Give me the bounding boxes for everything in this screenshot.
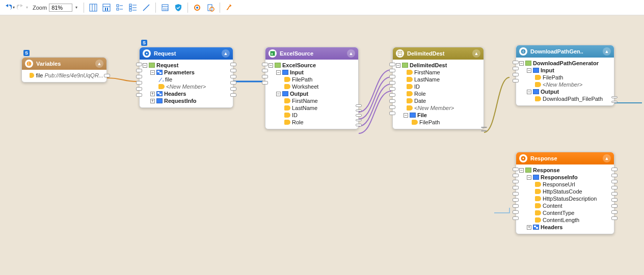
calendar-button[interactable]: 010 xyxy=(159,2,171,14)
port[interactable] xyxy=(611,216,618,220)
node-header[interactable]: Request ▲ xyxy=(140,47,233,60)
shield-check-button[interactable] xyxy=(172,2,184,14)
expand-toggle[interactable]: − xyxy=(519,61,524,66)
port[interactable] xyxy=(136,81,142,85)
port[interactable] xyxy=(356,119,362,122)
port[interactable] xyxy=(230,69,236,72)
port[interactable] xyxy=(513,210,519,214)
expand-toggle[interactable]: − xyxy=(269,63,273,68)
port[interactable] xyxy=(611,180,618,183)
redo-button[interactable]: ▾ xyxy=(16,2,29,14)
node-excelsource[interactable]: x ExcelSource ▲ −ExcelSource −Input File… xyxy=(265,47,359,129)
collapse-icon[interactable]: ▲ xyxy=(603,154,611,162)
expand-toggle[interactable]: − xyxy=(519,168,524,173)
port[interactable] xyxy=(513,180,519,183)
port[interactable] xyxy=(389,75,395,78)
layout-columns-button[interactable] xyxy=(87,2,99,14)
node-variables[interactable]: Variables ▲ file Pub://files/4e9nUqQR... xyxy=(21,57,107,82)
port[interactable] xyxy=(481,130,487,131)
port[interactable] xyxy=(356,109,362,112)
port[interactable] xyxy=(611,96,618,98)
port[interactable] xyxy=(611,192,618,196)
route-button[interactable] xyxy=(223,2,235,14)
port[interactable] xyxy=(356,104,362,107)
port[interactable] xyxy=(389,69,395,72)
port[interactable] xyxy=(513,192,519,196)
canvas[interactable]: S Variables ▲ file Pub://files/4e9nUqQR.… xyxy=(0,15,644,275)
gear-blue-button[interactable] xyxy=(204,2,217,14)
collapse-icon[interactable]: ▲ xyxy=(95,60,103,68)
port[interactable] xyxy=(481,127,487,128)
port[interactable] xyxy=(611,174,618,177)
expand-toggle[interactable]: − xyxy=(276,92,281,96)
collapse-icon[interactable]: ▲ xyxy=(472,49,480,58)
port[interactable] xyxy=(611,101,618,103)
port[interactable] xyxy=(611,210,618,214)
expand-toggle[interactable]: + xyxy=(150,92,155,96)
layout-rows-button[interactable] xyxy=(100,2,113,14)
gear-orange-button[interactable] xyxy=(191,2,203,14)
line-tool-button[interactable] xyxy=(140,2,152,14)
port[interactable] xyxy=(230,93,236,97)
port[interactable] xyxy=(356,124,362,126)
zoom-value[interactable]: 81% xyxy=(49,4,72,12)
expand-toggle[interactable]: − xyxy=(527,175,531,180)
port[interactable] xyxy=(513,216,519,220)
port[interactable] xyxy=(611,168,618,171)
port[interactable] xyxy=(262,69,268,72)
port[interactable] xyxy=(230,75,236,78)
collapse-icon[interactable]: ▲ xyxy=(222,49,230,58)
port[interactable] xyxy=(136,93,142,97)
port[interactable] xyxy=(611,186,618,189)
expand-toggle[interactable]: − xyxy=(527,68,531,73)
port[interactable] xyxy=(513,174,519,177)
port[interactable] xyxy=(389,93,395,97)
node-header[interactable]: DownloadPathGen.. ▲ xyxy=(516,45,614,58)
port[interactable] xyxy=(389,87,395,91)
port[interactable] xyxy=(356,114,362,117)
port[interactable] xyxy=(136,63,142,66)
node-response[interactable]: Response ▲ −Response −ResponseInfo Respo… xyxy=(516,152,614,234)
expand-toggle[interactable]: − xyxy=(150,70,155,75)
port[interactable] xyxy=(513,204,519,208)
port[interactable] xyxy=(513,186,519,189)
port[interactable] xyxy=(389,105,395,109)
port[interactable] xyxy=(611,198,618,202)
port[interactable] xyxy=(262,75,268,78)
port[interactable] xyxy=(389,63,395,66)
port[interactable] xyxy=(262,63,268,66)
expand-toggle[interactable]: − xyxy=(527,90,531,94)
node-delimiteddest[interactable]: DelimitedDest ▲ −DelimitedDest FirstName… xyxy=(392,47,484,129)
expand-toggle[interactable]: − xyxy=(396,63,400,68)
node-downloadpathgen[interactable]: DownloadPathGen.. ▲ −DownloadPathGenerat… xyxy=(516,45,614,106)
node-header[interactable]: x ExcelSource ▲ xyxy=(265,47,358,60)
port[interactable] xyxy=(513,79,519,82)
collapse-icon[interactable]: ▲ xyxy=(347,49,355,58)
port[interactable] xyxy=(611,204,618,208)
port[interactable] xyxy=(136,69,142,72)
port[interactable] xyxy=(104,74,110,77)
expand-toggle[interactable]: + xyxy=(150,99,155,103)
port[interactable] xyxy=(389,99,395,103)
port[interactable] xyxy=(136,75,142,78)
port[interactable] xyxy=(136,87,142,91)
port[interactable] xyxy=(230,87,236,91)
expand-toggle[interactable]: + xyxy=(527,225,531,230)
node-request[interactable]: Request ▲ −Request −Parameters /.file <N… xyxy=(139,47,233,108)
node-header[interactable]: Response ▲ xyxy=(516,152,614,164)
collapse-icon[interactable]: ▲ xyxy=(603,47,611,56)
expand-toggle[interactable]: − xyxy=(404,113,408,118)
port[interactable] xyxy=(389,112,395,115)
port[interactable] xyxy=(262,81,268,85)
port[interactable] xyxy=(513,198,519,202)
expand-all-button[interactable] xyxy=(127,2,139,14)
port[interactable] xyxy=(230,81,236,85)
collapse-all-button[interactable] xyxy=(114,2,126,14)
dropdown-icon[interactable]: ▾ xyxy=(75,5,77,10)
port[interactable] xyxy=(230,63,236,66)
node-header[interactable]: DelimitedDest ▲ xyxy=(393,47,484,60)
expand-toggle[interactable]: − xyxy=(276,70,281,75)
node-header[interactable]: Variables ▲ xyxy=(22,58,106,70)
port[interactable] xyxy=(513,67,519,70)
expand-toggle[interactable]: − xyxy=(143,63,147,68)
